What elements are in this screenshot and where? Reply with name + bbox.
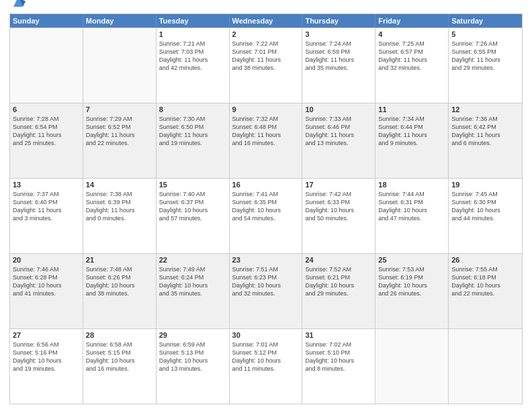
day-number: 13 <box>13 181 80 189</box>
cell-info-line: and 13 minutes. <box>305 139 372 147</box>
cell-info-line: and 32 minutes. <box>378 64 445 72</box>
weekday-header-tuesday: Tuesday <box>157 14 230 28</box>
weekday-header-saturday: Saturday <box>449 14 522 28</box>
cell-info-line: Daylight: 10 hours <box>232 206 300 214</box>
cell-info-line: and 44 minutes. <box>451 214 519 222</box>
cell-info-line: Daylight: 11 hours <box>13 131 80 139</box>
header <box>9 7 523 9</box>
weekday-header-sunday: Sunday <box>10 14 83 28</box>
calendar-day-10: 10Sunrise: 7:33 AMSunset: 6:46 PMDayligh… <box>302 103 375 178</box>
cell-info-line: Sunrise: 7:24 AM <box>305 40 372 48</box>
calendar-day-21: 21Sunrise: 7:48 AMSunset: 6:26 PMDayligh… <box>83 254 157 328</box>
cell-info-line: Sunset: 7:01 PM <box>232 48 300 56</box>
cell-info-line: Sunrise: 7:38 AM <box>86 190 153 198</box>
logo-icon <box>11 0 26 9</box>
cell-info-line: Daylight: 10 hours <box>305 357 372 365</box>
cell-info-line: Daylight: 11 hours <box>451 131 519 139</box>
cell-info-line: Sunset: 6:52 PM <box>86 123 153 131</box>
cell-info-line: and 8 minutes. <box>305 365 372 373</box>
calendar-day-16: 16Sunrise: 7:41 AMSunset: 6:35 PMDayligh… <box>230 179 303 253</box>
cell-info-line: and 47 minutes. <box>378 214 445 222</box>
calendar-day-27: 27Sunrise: 6:56 AMSunset: 5:16 PMDayligh… <box>10 329 83 404</box>
cell-info-line: Sunrise: 7:45 AM <box>451 190 519 198</box>
cell-info-line: and 11 minutes. <box>232 365 300 373</box>
cell-info-line: Sunset: 6:42 PM <box>451 123 519 131</box>
calendar-empty-cell <box>375 329 449 404</box>
weekday-header-thursday: Thursday <box>302 14 375 28</box>
cell-info-line: and 35 minutes. <box>159 289 226 298</box>
cell-info-line: and 22 minutes. <box>451 289 519 298</box>
cell-info-line: Sunset: 5:15 PM <box>86 349 153 357</box>
cell-info-line: Daylight: 10 hours <box>86 357 153 365</box>
day-number: 24 <box>305 256 372 264</box>
cell-info-line: Sunset: 6:21 PM <box>305 273 372 281</box>
cell-info-line: Sunrise: 7:29 AM <box>86 115 153 123</box>
cell-info-line: Daylight: 10 hours <box>232 281 300 289</box>
cell-info-line: and 16 minutes. <box>86 365 153 373</box>
calendar-empty-cell <box>449 329 522 404</box>
cell-info-line: Sunset: 6:50 PM <box>159 123 226 131</box>
cell-info-line: Daylight: 10 hours <box>305 281 372 289</box>
calendar-day-30: 30Sunrise: 7:01 AMSunset: 5:12 PMDayligh… <box>230 329 303 404</box>
day-number: 21 <box>86 256 153 264</box>
cell-info-line: Daylight: 10 hours <box>13 281 80 289</box>
cell-info-line: Daylight: 11 hours <box>232 56 300 64</box>
day-number: 6 <box>13 105 80 113</box>
cell-info-line: Sunrise: 7:02 AM <box>305 340 372 349</box>
cell-info-line: Sunrise: 7:22 AM <box>232 40 300 48</box>
cell-info-line: Sunrise: 7:55 AM <box>451 265 519 273</box>
cell-info-line: Sunrise: 7:01 AM <box>232 340 300 349</box>
cell-info-line: and 41 minutes. <box>13 289 80 298</box>
cell-info-line: Sunrise: 7:25 AM <box>378 40 445 48</box>
calendar-day-14: 14Sunrise: 7:38 AMSunset: 6:39 PMDayligh… <box>83 179 157 253</box>
cell-info-line: Daylight: 11 hours <box>13 206 80 214</box>
cell-info-line: Sunrise: 7:33 AM <box>305 115 372 123</box>
calendar-day-15: 15Sunrise: 7:40 AMSunset: 6:37 PMDayligh… <box>157 179 230 253</box>
calendar-header: SundayMondayTuesdayWednesdayThursdayFrid… <box>10 14 522 28</box>
day-number: 4 <box>378 30 445 38</box>
day-number: 31 <box>305 331 372 339</box>
cell-info-line: Daylight: 10 hours <box>305 206 372 214</box>
cell-info-line: Sunrise: 7:32 AM <box>232 115 300 123</box>
cell-info-line: Daylight: 10 hours <box>159 357 226 365</box>
cell-info-line: Sunset: 6:57 PM <box>378 48 445 56</box>
cell-info-line: Daylight: 11 hours <box>159 131 226 139</box>
cell-info-line: and 54 minutes. <box>232 214 300 222</box>
cell-info-line: Sunset: 6:54 PM <box>13 123 80 131</box>
cell-info-line: and 25 minutes. <box>13 139 80 147</box>
calendar-day-6: 6Sunrise: 7:28 AMSunset: 6:54 PMDaylight… <box>10 103 83 178</box>
day-number: 27 <box>13 331 80 339</box>
cell-info-line: and 19 minutes. <box>159 139 226 147</box>
day-number: 28 <box>86 331 153 339</box>
cell-info-line: Sunset: 6:31 PM <box>378 198 445 206</box>
cell-info-line: Sunrise: 6:58 AM <box>86 340 153 349</box>
calendar-day-17: 17Sunrise: 7:42 AMSunset: 6:33 PMDayligh… <box>302 179 375 253</box>
cell-info-line: Sunset: 6:24 PM <box>159 273 226 281</box>
cell-info-line: Daylight: 10 hours <box>13 357 80 365</box>
cell-info-line: Sunset: 6:28 PM <box>13 273 80 281</box>
cell-info-line: and 3 minutes. <box>13 214 80 222</box>
calendar-row-1: 1Sunrise: 7:21 AMSunset: 7:03 PMDaylight… <box>10 28 522 103</box>
calendar-day-13: 13Sunrise: 7:37 AMSunset: 6:40 PMDayligh… <box>10 179 83 253</box>
calendar-body: 1Sunrise: 7:21 AMSunset: 7:03 PMDaylight… <box>10 28 522 404</box>
cell-info-line: Sunrise: 7:41 AM <box>232 190 300 198</box>
cell-info-line: Sunset: 6:40 PM <box>13 198 80 206</box>
day-number: 14 <box>86 181 153 189</box>
cell-info-line: Sunset: 6:33 PM <box>305 198 372 206</box>
day-number: 25 <box>378 256 445 264</box>
day-number: 18 <box>378 181 445 189</box>
day-number: 26 <box>451 256 519 264</box>
cell-info-line: Sunset: 5:16 PM <box>13 349 80 357</box>
cell-info-line: Sunrise: 6:56 AM <box>13 340 80 349</box>
calendar-day-29: 29Sunrise: 6:59 AMSunset: 5:13 PMDayligh… <box>157 329 230 404</box>
calendar-row-2: 6Sunrise: 7:28 AMSunset: 6:54 PMDaylight… <box>10 103 522 178</box>
cell-info-line: Sunrise: 6:59 AM <box>159 340 226 349</box>
calendar-day-7: 7Sunrise: 7:29 AMSunset: 6:52 PMDaylight… <box>83 103 157 178</box>
calendar-day-1: 1Sunrise: 7:21 AMSunset: 7:03 PMDaylight… <box>157 28 230 103</box>
cell-info-line: and 35 minutes. <box>305 64 372 72</box>
calendar-row-4: 20Sunrise: 7:46 AMSunset: 6:28 PMDayligh… <box>10 253 522 328</box>
cell-info-line: and 19 minutes. <box>13 365 80 373</box>
cell-info-line: Sunrise: 7:26 AM <box>451 40 519 48</box>
weekday-header-friday: Friday <box>375 14 449 28</box>
cell-info-line: Sunrise: 7:34 AM <box>378 115 445 123</box>
